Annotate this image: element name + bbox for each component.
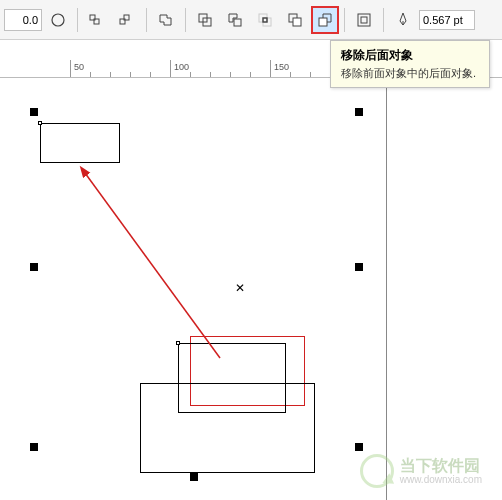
trim-icon bbox=[226, 11, 244, 29]
selection-handle[interactable] bbox=[30, 443, 38, 451]
tooltip-title: 移除后面对象 bbox=[341, 47, 479, 64]
svg-rect-7 bbox=[234, 19, 241, 26]
ruler-tick bbox=[270, 60, 271, 77]
toolbar-separator bbox=[185, 8, 186, 32]
boundary-button[interactable] bbox=[350, 6, 378, 34]
trim-button[interactable] bbox=[221, 6, 249, 34]
ruler-tick-minor bbox=[90, 72, 91, 77]
selection-handle[interactable] bbox=[30, 263, 38, 271]
svg-point-0 bbox=[52, 14, 64, 26]
combine-button[interactable] bbox=[191, 6, 219, 34]
property-toolbar bbox=[0, 0, 502, 40]
svg-line-16 bbox=[85, 173, 220, 358]
vertical-guideline[interactable] bbox=[386, 78, 387, 500]
ruler-tick-minor bbox=[190, 72, 191, 77]
align-right-button[interactable] bbox=[113, 6, 141, 34]
combine-icon bbox=[196, 11, 214, 29]
watermark-name: 当下软件园 bbox=[400, 457, 482, 475]
selection-handle[interactable] bbox=[355, 108, 363, 116]
pen-icon bbox=[394, 11, 412, 29]
align-icon-1 bbox=[88, 11, 106, 29]
selection-handle[interactable] bbox=[190, 473, 198, 481]
align-left-button[interactable] bbox=[83, 6, 111, 34]
toolbar-separator bbox=[146, 8, 147, 32]
svg-rect-15 bbox=[361, 17, 367, 23]
ruler-tick bbox=[170, 60, 171, 77]
intersect-button[interactable] bbox=[251, 6, 279, 34]
ruler-tick-minor bbox=[150, 72, 151, 77]
svg-rect-10 bbox=[263, 18, 267, 22]
canvas[interactable]: ✕ bbox=[0, 78, 502, 500]
toolbar-separator bbox=[383, 8, 384, 32]
pen-tool-button[interactable] bbox=[389, 6, 417, 34]
toolbar-separator bbox=[77, 8, 78, 32]
watermark: 当下软件园 www.downxia.com bbox=[360, 454, 482, 488]
toolbar-separator bbox=[344, 8, 345, 32]
ruler-tick-minor bbox=[230, 72, 231, 77]
circle-tool-button[interactable] bbox=[44, 6, 72, 34]
simplify-button[interactable] bbox=[281, 6, 309, 34]
ruler-tick-minor bbox=[130, 72, 131, 77]
svg-rect-13 bbox=[319, 18, 327, 26]
rotation-center[interactable]: ✕ bbox=[235, 281, 245, 295]
selection-handle[interactable] bbox=[355, 263, 363, 271]
ruler-tick-minor bbox=[290, 72, 291, 77]
value-input[interactable] bbox=[4, 9, 42, 31]
intersect-icon bbox=[256, 11, 274, 29]
simplify-icon bbox=[286, 11, 304, 29]
weld-button[interactable] bbox=[152, 6, 180, 34]
node-marker bbox=[176, 341, 180, 345]
back-minus-front-icon bbox=[316, 11, 334, 29]
svg-rect-12 bbox=[293, 18, 301, 26]
selection-handle[interactable] bbox=[355, 443, 363, 451]
ruler-tick-minor bbox=[250, 72, 251, 77]
boundary-icon bbox=[355, 11, 373, 29]
watermark-text: 当下软件园 www.downxia.com bbox=[400, 457, 482, 486]
circle-icon bbox=[49, 11, 67, 29]
watermark-url: www.downxia.com bbox=[400, 474, 482, 485]
ruler-tick bbox=[70, 60, 71, 77]
tooltip: 移除后面对象 移除前面对象中的后面对象. bbox=[330, 40, 490, 88]
back-minus-front-button[interactable] bbox=[311, 6, 339, 34]
ruler-tick-minor bbox=[110, 72, 111, 77]
node-marker bbox=[38, 121, 42, 125]
watermark-icon bbox=[360, 454, 394, 488]
shape-rectangle-small[interactable] bbox=[40, 123, 120, 163]
ruler-tick-minor bbox=[310, 72, 311, 77]
pen-width-input[interactable] bbox=[419, 10, 475, 30]
svg-rect-14 bbox=[358, 14, 370, 26]
align-icon-2 bbox=[118, 11, 136, 29]
selection-handle[interactable] bbox=[30, 108, 38, 116]
shape-rectangle-large[interactable] bbox=[140, 383, 315, 473]
tooltip-body: 移除前面对象中的后面对象. bbox=[341, 66, 479, 81]
weld-icon bbox=[157, 11, 175, 29]
ruler-tick-minor bbox=[210, 72, 211, 77]
